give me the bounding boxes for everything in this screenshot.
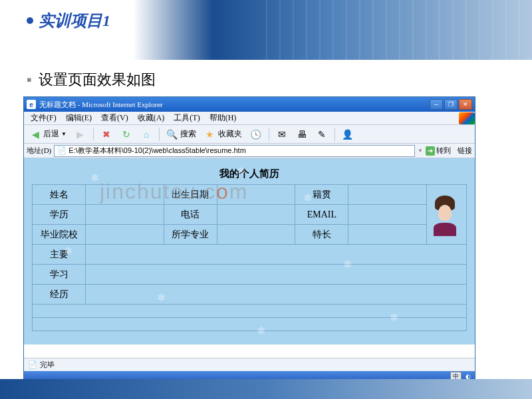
- label-main: 主要: [33, 245, 86, 265]
- back-icon: ◀: [29, 128, 41, 140]
- menubar: 文件(F) 编辑(E) 查看(V) 收藏(A) 工具(T) 帮助(H): [24, 112, 475, 125]
- menu-view[interactable]: 查看(V): [97, 111, 132, 125]
- table-row: 经历: [33, 285, 467, 305]
- table-row: 主要: [33, 245, 467, 265]
- address-label: 地址(D): [27, 146, 51, 156]
- forward-button[interactable]: ▶: [72, 127, 89, 142]
- slide-title: 实训项目1: [27, 10, 532, 31]
- label-dob: 出生日期: [164, 185, 217, 205]
- menu-help[interactable]: 帮助(H): [205, 111, 241, 125]
- home-button[interactable]: ⌂: [138, 127, 155, 142]
- slide-footer: [0, 379, 532, 399]
- slide-subtitle: ▪设置页面效果如图: [27, 70, 532, 90]
- menu-file[interactable]: 文件(F): [27, 111, 61, 125]
- table-row: [33, 305, 467, 318]
- label-school: 毕业院校: [33, 225, 86, 245]
- bullet-icon: [27, 17, 33, 24]
- history-icon: 🕓: [250, 128, 262, 140]
- window-title: 无标题文档 - Microsoft Internet Explorer: [39, 100, 430, 110]
- label-education: 学历: [33, 205, 86, 225]
- titlebar[interactable]: e 无标题文档 - Microsoft Internet Explorer ─ …: [24, 97, 475, 112]
- back-button[interactable]: ◀ 后退 ▼: [27, 127, 69, 142]
- resume-page: ❄ ❄ ❄ ❄ ❄ ❄ ❄ ❄ 我的个人简历 姓名 出生日期 籍贯: [24, 158, 475, 344]
- square-bullet-icon: ▪: [27, 71, 32, 88]
- table-row: 学历 电话 EMAIL: [33, 205, 467, 225]
- history-button[interactable]: 🕓: [247, 127, 265, 142]
- slide-title-text: 实训项目1: [39, 10, 110, 31]
- table-row: 毕业院校 所学专业 特长: [33, 225, 467, 245]
- statusbar: 📄 完毕: [24, 358, 475, 371]
- refresh-icon: ↻: [120, 128, 132, 140]
- label-phone: 电话: [164, 205, 217, 225]
- table-row: [33, 318, 467, 331]
- ie-icon: e: [27, 100, 36, 109]
- address-text: E:\教学基本材料\09-10(2)\web\class5table\resum…: [68, 146, 246, 156]
- star-icon: ★: [204, 128, 216, 140]
- close-button[interactable]: ✕: [459, 99, 472, 110]
- menu-tools[interactable]: 工具(T): [170, 111, 203, 125]
- label-major: 所学专业: [164, 225, 217, 245]
- addressbar: 地址(D) 📄 E:\教学基本材料\09-10(2)\web\class5tab…: [24, 144, 475, 158]
- search-icon: 🔍: [166, 128, 178, 140]
- table-row: 学习: [33, 265, 467, 285]
- photo-cell: [427, 185, 467, 245]
- go-arrow-icon: ➔: [426, 146, 435, 156]
- label-study: 学习: [33, 265, 86, 285]
- done-icon: 📄: [28, 360, 37, 370]
- search-button[interactable]: 🔍 搜索: [164, 127, 199, 142]
- resume-table: 姓名 出生日期 籍贯 学历 电话: [32, 184, 467, 331]
- print-button[interactable]: 🖶: [293, 127, 311, 142]
- resume-title: 我的个人简历: [32, 164, 467, 184]
- label-experience: 经历: [33, 285, 86, 305]
- maximize-button[interactable]: ❐: [444, 99, 458, 110]
- menu-favorites[interactable]: 收藏(A): [134, 111, 169, 125]
- go-button[interactable]: ➔ 转到: [426, 146, 451, 156]
- dropdown-icon[interactable]: ▼: [418, 148, 423, 154]
- mail-icon: ✉: [276, 128, 288, 140]
- browser-window: e 无标题文档 - Microsoft Internet Explorer ─ …: [23, 96, 475, 382]
- portrait-photo: [428, 193, 462, 236]
- status-text: 完毕: [40, 360, 55, 370]
- slide-header: 实训项目1: [0, 0, 532, 60]
- forward-icon: ▶: [74, 128, 86, 140]
- label-specialty: 特长: [295, 225, 348, 245]
- windows-logo-icon: [459, 112, 475, 124]
- stop-icon: ✖: [100, 128, 112, 140]
- mail-button[interactable]: ✉: [273, 127, 291, 142]
- label-email: EMAIL: [295, 205, 348, 225]
- address-input[interactable]: 📄 E:\教学基本材料\09-10(2)\web\class5table\res…: [54, 145, 415, 157]
- messenger-button[interactable]: 👤: [339, 127, 356, 142]
- page-icon: 📄: [57, 146, 66, 156]
- refresh-button[interactable]: ↻: [118, 127, 135, 142]
- content-area[interactable]: ❄ ❄ ❄ ❄ ❄ ❄ ❄ ❄ 我的个人简历 姓名 出生日期 籍贯: [24, 158, 475, 358]
- print-icon: 🖶: [296, 128, 308, 140]
- stop-button[interactable]: ✖: [98, 127, 115, 142]
- menu-edit[interactable]: 编辑(E): [62, 111, 96, 125]
- favorites-button[interactable]: ★ 收藏夹: [201, 127, 245, 142]
- edit-button[interactable]: ✎: [313, 127, 331, 142]
- toolbar: ◀ 后退 ▼ ▶ ✖ ↻ ⌂ 🔍 搜索 ★ 收藏夹 🕓 ✉ 🖶 ✎ 👤: [24, 125, 475, 144]
- chevron-down-icon: ▼: [61, 131, 66, 137]
- minimize-button[interactable]: ─: [430, 99, 443, 110]
- edit-icon: ✎: [316, 128, 328, 140]
- links-label[interactable]: 链接: [458, 146, 472, 156]
- home-icon: ⌂: [140, 128, 152, 140]
- label-origin: 籍贯: [295, 185, 348, 205]
- table-row: 姓名 出生日期 籍贯: [33, 185, 467, 205]
- label-name: 姓名: [33, 185, 86, 205]
- messenger-icon: 👤: [342, 128, 354, 140]
